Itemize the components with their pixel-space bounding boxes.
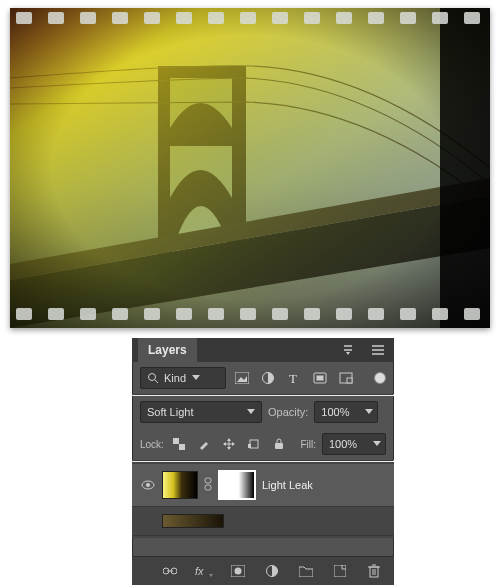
svg-marker-55 xyxy=(227,438,231,441)
svg-rect-24 xyxy=(48,308,64,320)
svg-rect-31 xyxy=(272,308,288,320)
svg-rect-65 xyxy=(205,478,211,483)
lock-label: Lock: xyxy=(140,439,164,450)
svg-rect-15 xyxy=(240,12,256,24)
lock-artboard-icon[interactable] xyxy=(245,434,264,454)
svg-rect-7 xyxy=(10,8,490,328)
blend-mode-value: Soft Light xyxy=(147,406,193,418)
svg-rect-10 xyxy=(80,12,96,24)
svg-rect-32 xyxy=(304,308,320,320)
svg-rect-37 xyxy=(464,308,480,320)
layer-thumbnail[interactable] xyxy=(162,471,198,499)
svg-marker-57 xyxy=(223,442,226,446)
collapse-icon[interactable] xyxy=(338,340,358,360)
svg-rect-25 xyxy=(80,308,96,320)
svg-marker-71 xyxy=(209,574,213,577)
svg-rect-9 xyxy=(48,12,64,24)
layer-mask-thumbnail[interactable] xyxy=(218,470,256,500)
svg-rect-76 xyxy=(370,567,378,577)
svg-rect-8 xyxy=(16,12,32,24)
filter-toggle[interactable] xyxy=(374,372,386,384)
svg-rect-26 xyxy=(112,308,128,320)
type-filter-icon[interactable]: T xyxy=(284,368,304,388)
svg-text:fx: fx xyxy=(195,565,204,577)
svg-rect-19 xyxy=(368,12,384,24)
svg-rect-53 xyxy=(173,438,179,444)
svg-marker-50 xyxy=(247,409,255,414)
layer-name[interactable]: Light Leak xyxy=(262,479,386,491)
svg-rect-30 xyxy=(240,308,256,320)
svg-rect-66 xyxy=(205,485,211,490)
panel-tabbar: Layers xyxy=(132,338,394,362)
lock-row: Lock: Fill: xyxy=(132,428,394,460)
blend-mode-select[interactable]: Soft Light xyxy=(140,401,262,423)
visibility-icon[interactable] xyxy=(140,477,156,493)
lock-all-icon[interactable] xyxy=(270,434,289,454)
svg-rect-35 xyxy=(400,308,416,320)
svg-rect-47 xyxy=(317,376,324,381)
svg-rect-49 xyxy=(347,378,352,383)
svg-rect-13 xyxy=(176,12,192,24)
chevron-down-icon xyxy=(247,409,255,415)
visibility-icon[interactable] xyxy=(140,513,156,529)
new-group-icon[interactable] xyxy=(296,561,316,581)
svg-rect-60 xyxy=(248,444,251,448)
chevron-down-icon xyxy=(365,409,373,415)
svg-marker-56 xyxy=(227,447,231,450)
svg-line-40 xyxy=(155,380,158,383)
lock-pixels-icon[interactable] xyxy=(170,434,189,454)
fill-field[interactable] xyxy=(327,437,367,451)
opacity-input[interactable] xyxy=(314,401,378,423)
svg-marker-51 xyxy=(365,409,373,414)
svg-rect-61 xyxy=(275,443,283,449)
panel-menu-icon[interactable] xyxy=(368,340,388,360)
layers-tab[interactable]: Layers xyxy=(138,338,197,362)
svg-rect-54 xyxy=(179,444,185,450)
svg-rect-23 xyxy=(16,308,32,320)
lock-position-icon[interactable] xyxy=(220,434,239,454)
chevron-down-icon xyxy=(373,441,381,447)
svg-rect-27 xyxy=(144,308,160,320)
svg-marker-38 xyxy=(346,352,350,355)
lock-brush-icon[interactable] xyxy=(195,434,214,454)
new-fill-icon[interactable] xyxy=(262,561,282,581)
svg-point-73 xyxy=(235,568,242,575)
svg-marker-58 xyxy=(232,442,235,446)
layer-row[interactable]: Light Leak xyxy=(132,464,394,507)
svg-marker-43 xyxy=(237,376,247,382)
new-layer-icon[interactable] xyxy=(330,561,350,581)
fill-input[interactable] xyxy=(322,433,386,455)
image-preview xyxy=(10,8,490,328)
filter-kind-select[interactable]: Kind xyxy=(140,367,226,389)
chevron-down-icon xyxy=(192,375,200,381)
blend-row: Soft Light Opacity: xyxy=(132,396,394,428)
svg-point-64 xyxy=(146,483,150,487)
svg-rect-29 xyxy=(208,308,224,320)
svg-rect-21 xyxy=(432,12,448,24)
search-icon xyxy=(147,372,159,384)
add-mask-icon[interactable] xyxy=(228,561,248,581)
filter-row: Kind T xyxy=(132,362,394,394)
svg-rect-22 xyxy=(464,12,480,24)
svg-rect-36 xyxy=(432,308,448,320)
image-filter-icon[interactable] xyxy=(232,368,252,388)
svg-rect-11 xyxy=(112,12,128,24)
layers-list: Light Leak xyxy=(132,462,394,538)
trash-icon[interactable] xyxy=(364,561,384,581)
layer-thumbnail[interactable] xyxy=(162,514,224,528)
panel-footer: fx xyxy=(132,556,394,585)
svg-rect-12 xyxy=(144,12,160,24)
link-icon[interactable] xyxy=(160,561,180,581)
mask-link-icon[interactable] xyxy=(204,477,212,493)
shape-filter-icon[interactable] xyxy=(310,368,330,388)
adjustment-filter-icon[interactable] xyxy=(258,368,278,388)
svg-text:T: T xyxy=(289,372,297,384)
svg-rect-59 xyxy=(250,440,258,448)
smartobj-filter-icon[interactable] xyxy=(336,368,356,388)
fx-icon[interactable]: fx xyxy=(194,561,214,581)
opacity-field[interactable] xyxy=(319,405,359,419)
layer-row[interactable] xyxy=(132,507,394,536)
svg-marker-41 xyxy=(192,375,200,380)
svg-rect-17 xyxy=(304,12,320,24)
fill-label: Fill: xyxy=(300,439,316,450)
